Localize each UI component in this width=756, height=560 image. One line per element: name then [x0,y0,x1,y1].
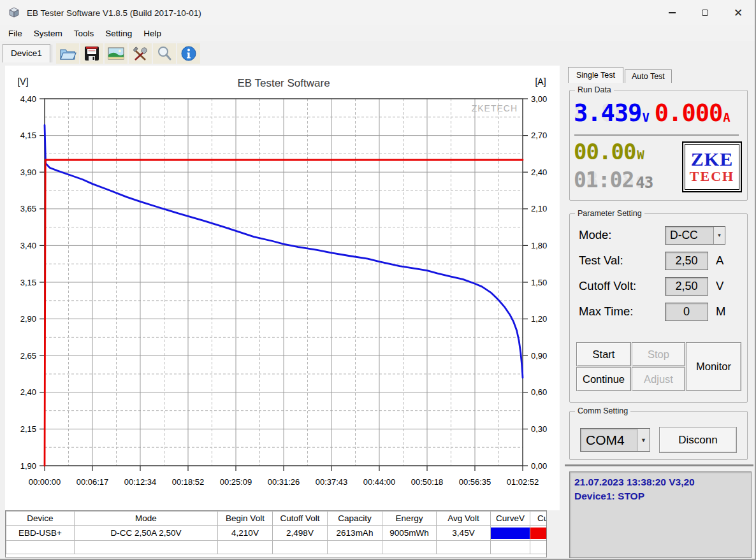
about-button[interactable] [177,43,200,64]
disconnect-button[interactable]: Disconn [659,427,737,453]
svg-text:3,90: 3,90 [20,168,36,177]
svg-text:1,80: 1,80 [531,241,547,250]
svg-text:00:12:34: 00:12:34 [124,477,157,487]
svg-text:4,40: 4,40 [20,94,36,104]
svg-text:3,00: 3,00 [531,94,547,104]
col-energy: Energy [382,512,437,526]
svg-text:0,00: 0,00 [531,461,547,471]
menu-bar: File System Tools Setting Help [0,25,755,41]
svg-text:00:18:52: 00:18:52 [172,477,205,487]
cell-energy: 9005mWh [382,526,437,541]
stop-button[interactable]: Stop [632,342,685,366]
svg-text:00:31:26: 00:31:26 [268,477,300,487]
test-val-input[interactable]: 2,50 [665,252,708,270]
svg-text:0,60: 0,60 [531,387,547,397]
svg-text:2,65: 2,65 [20,351,36,361]
toolbar: Device1 [0,41,755,66]
panel-divider [565,464,753,466]
adjust-button[interactable]: Adjust [632,367,685,391]
col-curve-a: CurveA [530,512,548,526]
menu-file[interactable]: File [3,27,28,39]
menu-tools[interactable]: Tools [68,27,100,39]
max-time-unit: M [716,305,725,319]
maximize-button[interactable] [688,0,722,25]
status-line-device: Device1: STOP [574,489,746,503]
menu-setting[interactable]: Setting [99,27,138,39]
monitor-button[interactable]: Monitor [686,342,741,391]
close-button[interactable]: ✕ [722,0,755,25]
tools-icon [132,45,149,62]
save-button[interactable] [80,43,103,64]
cutoff-volt-input[interactable]: 2,50 [665,277,708,296]
col-mode: Mode [75,512,218,526]
svg-text:2,40: 2,40 [531,168,547,177]
status-line-timestamp: 21.07.2023 13:38:20 V3,20 [574,475,746,489]
cell-curve-v [491,526,530,541]
open-file-button[interactable] [56,43,79,64]
tab-auto-test[interactable]: Auto Test [625,69,672,83]
info-icon [180,45,197,62]
minimize-button[interactable] [655,0,688,25]
svg-text:00:50:18: 00:50:18 [411,477,444,487]
logo-line1: ZKE [691,150,733,169]
col-capacity: Capacity [328,512,382,526]
logo-line2: TECH [690,169,734,183]
svg-text:1,50: 1,50 [531,278,547,287]
current-unit: A [723,110,730,124]
svg-text:4,15: 4,15 [20,131,36,140]
svg-text:00:44:00: 00:44:00 [363,477,396,487]
svg-text:2,90: 2,90 [20,314,36,324]
cell-curve-a [530,526,548,541]
settings-tools-button[interactable] [129,43,152,64]
voltage-display: 8.8883.439 [574,101,641,125]
mode-dropdown-button[interactable]: ▼ [713,227,725,244]
table-row[interactable] [6,541,548,554]
continue-button[interactable]: Continue [576,367,631,391]
svg-text:2,40: 2,40 [20,387,36,397]
table-row[interactable]: EBD-USB+ D-CC 2,50A 2,50V 4,210V 2,498V … [6,526,548,541]
results-header-row: Device Mode Begin Volt Cutoff Volt Capac… [6,512,548,526]
svg-text:00:37:43: 00:37:43 [316,477,348,487]
zoom-button[interactable] [153,43,176,64]
status-log: 21.07.2023 13:38:20 V3,20 Device1: STOP [569,471,752,558]
comm-setting-group: Comm Setting COM4 ▼ Disconn [569,411,748,460]
start-button[interactable]: Start [576,342,631,366]
col-curve-v: CurveV [491,512,530,526]
app-window: EB Tester Software V1.8.5 (Build 2017-10… [0,0,756,560]
svg-text:2,15: 2,15 [20,424,36,434]
current-display: 8.8880.000 [655,101,722,125]
tab-single-test[interactable]: Single Test [568,67,623,83]
svg-text:00:06:17: 00:06:17 [76,477,109,487]
elapsed-time-display: 88:8801:02 [574,169,634,190]
curve-v-color-swatch [491,528,530,539]
svg-text:0,30: 0,30 [531,424,547,434]
chart-area: 4,403,004,152,703,902,403,652,103,401,80… [5,66,560,510]
export-image-button[interactable] [105,43,127,64]
com-port-select[interactable]: COM4 ▼ [580,428,650,452]
save-icon [84,45,100,62]
parameter-setting-label: Parameter Setting [575,209,644,218]
mode-label: Mode: [579,228,611,242]
svg-text:3,15: 3,15 [20,278,36,287]
menu-system[interactable]: System [28,27,68,39]
menu-help[interactable]: Help [138,27,167,39]
parameter-setting-group: Parameter Setting Mode: D-CC ▼ Test Val:… [569,213,748,403]
magnifier-icon [156,45,173,62]
com-port-dropdown-button[interactable]: ▼ [637,429,650,451]
svg-text:3,65: 3,65 [20,204,36,213]
zketech-logo: ZKE TECH [682,141,742,192]
svg-text:EB Tester Software: EB Tester Software [237,77,330,89]
max-time-input[interactable]: 0 [665,303,708,321]
chevron-down-icon: ▼ [641,437,646,443]
results-table: Device Mode Begin Volt Cutoff Volt Capac… [6,511,547,554]
col-avg-volt: Avg Volt [437,512,491,526]
cell-cutoff-volt: 2,498V [273,526,328,541]
test-val-label: Test Val: [579,254,623,268]
com-port-value: COM4 [581,433,637,448]
svg-text:00:56:35: 00:56:35 [459,477,491,487]
voltage-unit: V [642,110,649,124]
discharge-chart: 4,403,004,152,703,902,403,652,103,401,80… [5,66,560,510]
svg-text:1,20: 1,20 [531,314,547,324]
mode-select[interactable]: D-CC ▼ [665,226,725,245]
tab-device1[interactable]: Device1 [3,44,50,62]
